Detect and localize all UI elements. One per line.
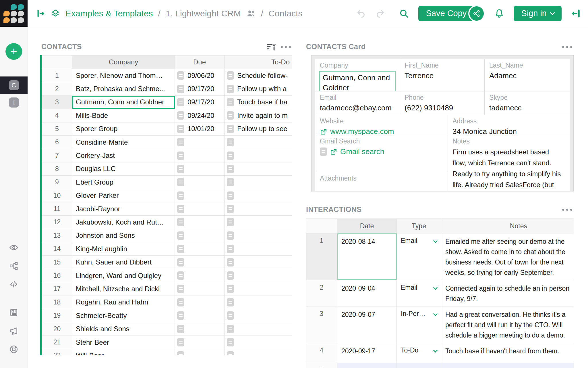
company-cell[interactable]: Shields and Sons [72,322,175,335]
company-cell[interactable]: Douglas LLC [72,162,175,175]
todo-cell[interactable] [225,216,292,229]
todo-cell[interactable]: Touch base if ha [225,96,292,109]
todo-cell[interactable] [225,282,292,295]
gmail-search-link[interactable]: Gmail search [320,147,448,157]
help-lifebuoy-icon[interactable] [9,344,19,354]
field-attachments[interactable]: Attachments [315,172,448,192]
breadcrumb-root-link[interactable]: Examples & Templates [65,9,153,18]
todo-cell[interactable] [225,202,292,215]
app-logo[interactable] [0,0,28,27]
company-cell[interactable]: Considine-Mante [72,136,175,149]
add-page-button[interactable]: + [5,43,22,60]
type-cell[interactable]: Email [397,280,441,306]
field-company[interactable]: Company Gutmann, Conn and Goldner [315,59,400,91]
todo-cell[interactable] [225,336,292,349]
due-cell[interactable] [175,336,225,349]
company-cell[interactable]: Sporer, Nienow and Thom… [72,69,175,82]
company-cell[interactable]: Schmeler-Beatty [72,309,175,322]
field-value-company[interactable]: Gutmann, Conn and Goldner [319,71,396,91]
notes-cell[interactable]: Touch base if haven't heard from them. [441,343,574,363]
type-cell[interactable]: To-Do [397,343,441,363]
row-number-cell[interactable]: 15 [42,256,72,269]
due-cell[interactable] [175,349,225,355]
row-number-cell[interactable]: 20 [42,322,72,335]
due-cell[interactable] [175,282,225,295]
row-number-cell[interactable]: 11 [42,202,72,215]
todo-cell[interactable] [225,349,292,355]
row-number-cell[interactable]: 1 [306,233,337,280]
due-cell[interactable]: 09/17/20 [175,96,225,109]
row-number-cell[interactable]: 22 [42,349,72,355]
date-cell[interactable] [337,363,397,368]
field-first-name[interactable]: First_Name Terrence [400,59,485,91]
eye-icon[interactable] [9,243,19,252]
save-copy-button[interactable]: Save Copy [418,6,474,21]
due-cell[interactable] [175,202,225,215]
field-gmail-search[interactable]: Gmail Search Gmail search [315,135,448,172]
field-last-name[interactable]: Last_Name Adamec [485,59,570,91]
due-cell[interactable] [175,256,225,269]
row-number-header[interactable] [42,55,72,69]
search-icon[interactable] [399,8,409,19]
card-more-menu[interactable] [562,46,572,48]
row-number-cell[interactable]: 13 [42,229,72,242]
megaphone-icon[interactable] [9,326,19,336]
row-number-cell[interactable]: 19 [42,309,72,322]
todo-cell[interactable] [225,136,292,149]
field-skype[interactable]: Skype tadamecc [485,91,570,115]
row-number-header[interactable] [306,219,337,233]
company-cell[interactable]: Batz, Prohaska and Schme… [72,82,175,95]
date-cell[interactable]: 2020-09-04 [337,280,397,306]
due-cell[interactable] [175,229,225,242]
field-phone[interactable]: Phone (622) 9310489 [400,91,485,115]
notes-cell[interactable] [441,363,574,368]
todo-cell[interactable] [225,176,292,189]
due-cell[interactable] [175,162,225,175]
company-cell[interactable]: Gutmann, Conn and Goldner [72,96,175,109]
todo-cell[interactable]: Invite again to m [225,109,292,122]
due-cell[interactable] [175,216,225,229]
todo-cell[interactable]: Follow up to see [225,122,292,135]
todo-cell[interactable]: Schedule follow- [225,69,292,82]
due-cell[interactable]: 10/01/20 [175,122,225,135]
row-number-cell[interactable]: 17 [42,282,72,295]
company-cell[interactable]: Will-Beer [72,349,175,355]
due-cell[interactable]: 09/17/20 [175,82,225,95]
row-number-cell[interactable]: 7 [42,149,72,162]
due-cell[interactable] [175,176,225,189]
column-header-todo[interactable]: To-Do [225,55,292,69]
field-email[interactable]: Email tadamecc@ebay.com [315,91,400,115]
company-cell[interactable]: Lindgren, Ward and Quigley [72,269,175,282]
column-header-date[interactable]: Date [337,219,397,233]
filter-sort-icon[interactable] [266,42,277,53]
notifications-bell-icon[interactable] [494,8,504,19]
date-cell[interactable]: 2020-09-17 [337,343,397,363]
row-number-cell[interactable]: 21 [42,336,72,349]
org-structure-icon[interactable] [9,261,19,271]
notes-cell[interactable]: Connected again to schedule an in-person… [441,280,574,306]
notes-cell[interactable]: Emailed me after seeing our demo at the … [441,233,574,280]
todo-cell[interactable] [225,162,292,175]
row-number-cell[interactable]: 5 [306,363,337,368]
due-cell[interactable] [175,242,225,255]
due-cell[interactable] [175,309,225,322]
row-number-cell[interactable]: 1 [42,69,72,82]
expand-sidebar-icon[interactable] [36,9,45,18]
todo-cell[interactable]: Follow up with a [225,82,292,95]
sign-in-button[interactable]: Sign in [514,6,562,21]
company-cell[interactable]: Jakubowski, Koch and Rut… [72,216,175,229]
company-cell[interactable]: Glover-Parker [72,189,175,202]
column-header-notes[interactable]: Notes [441,219,574,233]
due-cell[interactable] [175,322,225,335]
due-cell[interactable] [175,296,225,309]
company-cell[interactable]: Jacobi-Raynor [72,202,175,215]
due-cell[interactable] [175,136,225,149]
notes-cell[interactable]: Had a great conversation. He thinks it's… [441,306,574,343]
company-cell[interactable]: Ebert Group [72,176,175,189]
todo-cell[interactable] [225,269,292,282]
row-number-cell[interactable]: 3 [306,306,337,343]
todo-cell[interactable] [225,256,292,269]
code-icon[interactable] [9,279,19,289]
todo-cell[interactable] [225,296,292,309]
column-header-company[interactable]: Company [72,55,175,69]
